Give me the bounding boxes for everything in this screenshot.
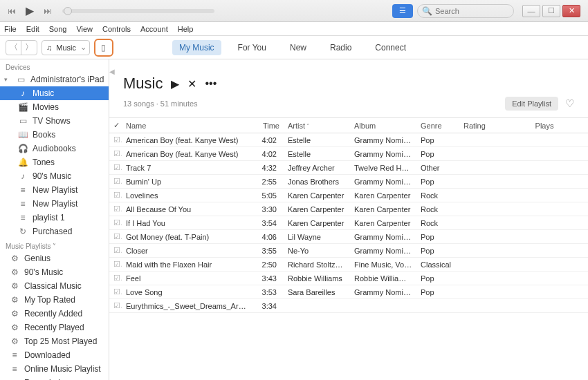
device-button[interactable]: ▯	[94, 39, 113, 57]
sidebar-item-music[interactable]: ♪Music	[0, 86, 109, 100]
device-icon: ▯	[101, 43, 106, 53]
row-check: ☑	[109, 244, 122, 258]
col-time[interactable]: Time	[253, 118, 284, 133]
table-row[interactable]: ☑Track 74:32Jeffrey ArcherTwelve Red Her…	[109, 161, 588, 175]
more-actions-button[interactable]: •••	[205, 77, 217, 91]
tab-my-music[interactable]: My Music	[172, 40, 221, 55]
menu-controls[interactable]: Controls	[102, 25, 131, 33]
sidebar-item-new-playlist[interactable]: ≡New Playlist	[0, 183, 109, 197]
sidebar-device[interactable]: ▾▭Administrator's iPad	[0, 73, 109, 86]
sidebar-item-label: New Playlist	[33, 199, 77, 209]
row-time: 3:53	[253, 285, 284, 299]
row-album: Robbie Williams: G…	[350, 272, 416, 285]
table-row[interactable]: ☑American Boy (feat. Kanye West)4:02Este…	[109, 133, 588, 147]
sidebar-item-tv-shows[interactable]: ▭TV Shows	[0, 114, 109, 128]
previous-track-button[interactable]: ⏮	[6, 5, 18, 17]
row-album: Grammy Nominees…	[350, 244, 416, 258]
menu-edit[interactable]: Edit	[26, 25, 39, 33]
window-maximize-button[interactable]: ☐	[542, 5, 560, 17]
table-row[interactable]: ☑Love Song3:53Sara BareillesGrammy Nomin…	[109, 285, 588, 299]
sidebar-item-90-s-music[interactable]: ⚙90's Music	[0, 265, 109, 279]
sidebar-item-online-music-playlist[interactable]: ≡Online Music Playlist	[0, 362, 109, 376]
main-pane: ◀ Music ▶ ✕ ••• 13 songs · 51 minutes Ed…	[109, 59, 588, 380]
volume-slider[interactable]	[62, 9, 214, 13]
play-all-button[interactable]: ▶	[171, 77, 179, 91]
col-rating[interactable]: Rating	[459, 118, 501, 133]
play-button[interactable]: ▶	[24, 5, 36, 17]
sidebar-item-tones[interactable]: 🔔Tones	[0, 155, 109, 169]
table-row[interactable]: ☑American Boy (feat. Kanye West)4:02Este…	[109, 147, 588, 161]
menu-file[interactable]: File	[4, 25, 17, 33]
table-row[interactable]: ☑If I Had You3:54Karen CarpenterKaren Ca…	[109, 216, 588, 230]
list-view-toggle[interactable]: ☰	[392, 4, 413, 18]
row-check: ☑	[109, 189, 122, 202]
row-rating	[459, 202, 501, 216]
nav-back-button[interactable]: 〈	[6, 41, 21, 55]
tab-new[interactable]: New	[283, 40, 313, 55]
row-album: Grammy Nominees…	[350, 230, 416, 244]
window-close-button[interactable]: ✕	[562, 5, 580, 17]
tab-for-you[interactable]: For You	[231, 40, 273, 55]
sidebar-item-recently-played[interactable]: ⚙Recently Played	[0, 321, 109, 334]
sidebar-item-books[interactable]: 📖Books	[0, 128, 109, 142]
row-check: ☑	[109, 258, 122, 272]
sidebar-item-90-s-music[interactable]: ♪90's Music	[0, 169, 109, 183]
tab-radio[interactable]: Radio	[323, 40, 358, 55]
tab-connect[interactable]: Connect	[368, 40, 413, 55]
menu-song[interactable]: Song	[49, 25, 67, 33]
sidebar-icon: ≡	[10, 364, 19, 374]
col-genre[interactable]: Genre	[416, 118, 459, 133]
love-icon[interactable]: ♡	[565, 97, 574, 110]
sidebar-item-recently-added[interactable]: ⚙Recently Added	[0, 307, 109, 321]
sidebar-item-purchased[interactable]: ↻Purchased	[0, 225, 109, 238]
row-rating	[459, 133, 501, 147]
sidebar-item-new-playlist[interactable]: ≡New Playlist	[0, 197, 109, 211]
table-row[interactable]: ☑All Because Of You3:30Karen CarpenterKa…	[109, 202, 588, 216]
nav-forward-button[interactable]: 〉	[21, 41, 37, 55]
col-check[interactable]: ✓	[109, 118, 122, 133]
edit-playlist-button[interactable]: Edit Playlist	[505, 97, 558, 111]
sidebar-item-genius[interactable]: ⚙Genius	[0, 251, 109, 265]
table-row[interactable]: ☑Got Money (feat. T-Pain)4:06Lil WayneGr…	[109, 230, 588, 244]
sidebar-collapse-handle[interactable]: ◀	[109, 62, 116, 80]
search-input[interactable]: 🔍	[417, 4, 514, 18]
row-check: ☑	[109, 202, 122, 216]
menu-account[interactable]: Account	[140, 25, 168, 33]
col-album[interactable]: Album	[350, 118, 416, 133]
row-time: 3:54	[253, 216, 284, 230]
table-row[interactable]: ☑Eurythmics_-_Sweet_Dreams_Are…3:34	[109, 299, 588, 313]
table-row[interactable]: ☑Closer3:55Ne-YoGrammy Nominees…Pop	[109, 244, 588, 258]
sidebar-item-downloaded[interactable]: ≡Downloaded	[0, 348, 109, 362]
row-genre: Other	[416, 161, 459, 175]
table-row[interactable]: ☑Lovelines5:05Karen CarpenterKaren Carpe…	[109, 189, 588, 202]
table-row[interactable]: ☑Maid with the Flaxen Hair2:50Richard St…	[109, 258, 588, 272]
sidebar-item-movies[interactable]: 🎬Movies	[0, 100, 109, 114]
menu-view[interactable]: View	[76, 25, 93, 33]
menu-help[interactable]: Help	[178, 25, 194, 33]
row-check: ☑	[109, 161, 122, 175]
next-track-button[interactable]: ⏭	[42, 5, 54, 17]
sidebar-item-audiobooks[interactable]: 🎧Audiobooks	[0, 142, 109, 155]
sidebar-item-top-25-most-played[interactable]: ⚙Top 25 Most Played	[0, 334, 109, 348]
sidebar-item-label: Online Music Playlist	[24, 364, 101, 374]
col-name[interactable]: Name	[122, 118, 253, 133]
shuffle-button[interactable]: ✕	[187, 77, 196, 91]
row-rating	[459, 216, 501, 230]
window-minimize-button[interactable]: —	[522, 5, 540, 17]
sidebar-item-recorded[interactable]: ≡Recorded	[0, 376, 109, 380]
table-row[interactable]: ☑Burnin' Up2:55Jonas BrothersGrammy Nomi…	[109, 175, 588, 189]
search-icon: 🔍	[422, 6, 432, 16]
sidebar-item-my-top-rated[interactable]: ⚙My Top Rated	[0, 293, 109, 307]
library-picker[interactable]: ♫ Music ⌄	[42, 40, 90, 55]
sidebar-icon: ⚙	[10, 336, 19, 346]
col-plays[interactable]: Plays	[501, 118, 588, 133]
col-artist[interactable]: Artist˄	[284, 118, 350, 133]
sidebar-header: Devices	[0, 59, 109, 73]
row-time: 4:32	[253, 161, 284, 175]
sidebar-item-playlist-1[interactable]: ≡playlist 1	[0, 211, 109, 225]
row-album: Fine Music, Vol. 1	[350, 258, 416, 272]
sidebar-icon: ≡	[10, 350, 19, 360]
table-row[interactable]: ☑Feel3:43Robbie WilliamsRobbie Williams:…	[109, 272, 588, 285]
row-genre: Pop	[416, 285, 459, 299]
sidebar-item-classical-music[interactable]: ⚙Classical Music	[0, 279, 109, 293]
